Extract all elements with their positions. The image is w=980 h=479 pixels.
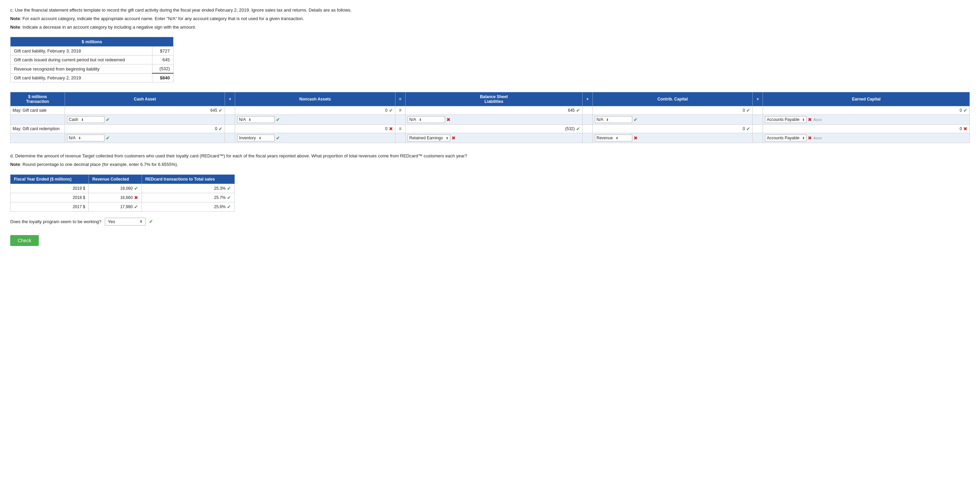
account-select[interactable]: Retained Earnings ⬍ <box>408 134 450 141</box>
check-icon: ✔ <box>746 126 750 131</box>
bs-liab-account[interactable]: Retained Earnings ⬍ ✖ <box>405 133 582 143</box>
bs-transaction: May: Gift card sale <box>11 106 65 115</box>
bs-transaction-empty <box>11 133 65 143</box>
check-icon: ✔ <box>227 195 231 200</box>
bs-noncash-account[interactable]: N/A ⬍ ✔ <box>235 115 395 125</box>
bs-liab-val: (532) ✔ <box>405 125 582 133</box>
section-d-note-bold: Note <box>10 162 20 167</box>
cross-icon: ✖ <box>963 126 967 131</box>
bs-header-contrib: Contrib. Capital <box>593 92 753 106</box>
check-button[interactable]: Check <box>10 235 39 246</box>
check-icon: ✔ <box>576 108 580 113</box>
cross-icon: ✖ <box>633 135 638 141</box>
note1-bold: Note <box>10 16 20 21</box>
check-icon: ✔ <box>134 204 138 209</box>
bs-liab-val: 645 ✔ <box>405 106 582 115</box>
bs-header-earned: Earned Capital <box>763 92 970 106</box>
bs-header-liabilities-group: Balance SheetLiabilities <box>405 92 582 106</box>
account-value: Retained Earnings <box>409 136 443 141</box>
bs-header-plus3: + <box>753 92 763 106</box>
fy-year: 2017 $ <box>11 202 89 211</box>
bs-cash-val: 645 ✔ <box>65 106 225 115</box>
gift-card-liability-table: $ millions Gift card liability, February… <box>10 37 173 83</box>
bs-header-noncash: Noncash Assets <box>235 92 395 106</box>
bs-cash-val: 0 ✔ <box>65 125 225 133</box>
earned-partial-text: Acco <box>813 136 821 140</box>
account-select[interactable]: Revenue ⬍ <box>595 134 632 141</box>
fy-year: 2018 $ <box>11 193 89 202</box>
earned-account-select[interactable]: Accounts Payable ⬍ <box>765 134 807 141</box>
loyalty-question-label: Does the loyalty program seem to be work… <box>10 219 102 224</box>
account-select[interactable]: N/A ⬍ <box>237 116 275 123</box>
bs-plus2 <box>582 106 593 115</box>
bs-eq: = <box>395 106 405 115</box>
account-select[interactable]: Inventory ⬍ <box>237 134 275 141</box>
bs-eq2 <box>395 115 405 125</box>
earned-account-select[interactable]: Accounts Payable ⬍ <box>765 116 807 123</box>
account-value: N/A <box>239 117 246 122</box>
bs-earned-account[interactable]: Accounts Payable ⬍ ✖ Acco <box>763 115 970 125</box>
earned-account-value: Accounts Payable <box>767 136 799 141</box>
bs-plus3 <box>753 125 763 133</box>
account-select[interactable]: N/A ⬍ <box>595 116 632 123</box>
bs-transaction: May: Gift card redemption <box>11 125 65 133</box>
bs-liab-account[interactable]: N/A ⬍ ✖ <box>405 115 582 125</box>
fy-header-revenue: Revenue Collected <box>89 174 142 184</box>
account-select[interactable]: N/A ⬍ <box>67 134 105 141</box>
fy-year: 2019 $ <box>11 184 89 193</box>
cross-icon: ✖ <box>452 135 456 141</box>
instruction-note2: Note: Indicate a decrease in an account … <box>10 24 970 31</box>
fy-header-redcard: REDcard transactions to Total sales <box>142 174 234 184</box>
earned-account-value: Accounts Payable <box>767 117 799 122</box>
bs-header-plus2: + <box>582 92 593 106</box>
check-icon: ✔ <box>218 108 223 113</box>
fy-table: Fiscal Year Ended ($ millions) Revenue C… <box>10 174 235 212</box>
account-value: Cash <box>69 117 78 122</box>
bs-noncash-val: 0 ✔ <box>235 106 395 115</box>
fy-revenue: 17,980 ✔ <box>89 202 142 211</box>
bs-cash-account[interactable]: N/A ⬍ ✔ <box>65 133 225 143</box>
bs-earned-account[interactable]: Accounts Payable ⬍ ✖ Acco <box>763 133 970 143</box>
earned-partial-text: Acco <box>813 118 821 121</box>
bs-earned-val: 0 ✔ <box>763 106 970 115</box>
note2-bold: Note <box>10 24 20 30</box>
check-icon: ✔ <box>106 135 110 141</box>
account-value: N/A <box>597 117 603 122</box>
loyalty-check-icon: ✔ <box>149 219 153 224</box>
bs-eq2 <box>395 133 405 143</box>
bs-contrib-account[interactable]: Revenue ⬍ ✖ <box>593 133 753 143</box>
cross-icon: ✖ <box>808 117 812 122</box>
cross-icon: ✖ <box>134 195 138 200</box>
fy-pct: 25.7% ✔ <box>142 193 234 202</box>
bs-header-plus1: + <box>225 92 235 106</box>
bs-plus1 <box>225 133 235 143</box>
account-value: N/A <box>409 117 416 122</box>
fy-pct: 25.3% ✔ <box>142 184 234 193</box>
check-icon: ✔ <box>276 117 280 122</box>
account-value: N/A <box>69 136 76 141</box>
bs-noncash-account[interactable]: Inventory ⬍ ✔ <box>235 133 395 143</box>
bs-noncash-val: 0 ✖ <box>235 125 395 133</box>
bs-transaction-empty <box>11 115 65 125</box>
loyalty-answer-select[interactable]: Yes ⬍ <box>105 218 146 225</box>
cross-icon: ✖ <box>389 126 393 131</box>
bs-contrib-val: 0 ✔ <box>593 125 753 133</box>
fy-revenue: 19,060 ✔ <box>89 184 142 193</box>
check-icon: ✔ <box>389 108 393 113</box>
check-icon: ✔ <box>746 108 750 113</box>
gift-card-row-value: 645 <box>153 56 173 64</box>
account-select[interactable]: Cash ⬍ <box>67 116 105 123</box>
account-select[interactable]: N/A ⬍ <box>408 116 445 123</box>
bs-contrib-account[interactable]: N/A ⬍ ✔ <box>593 115 753 125</box>
bs-plus2 <box>582 133 593 143</box>
cross-icon: ✖ <box>808 135 812 141</box>
bs-plus3 <box>753 115 763 125</box>
bs-plus1 <box>225 125 235 133</box>
bs-plus2 <box>582 115 593 125</box>
instruction-note1: Note: For each account category, indicat… <box>10 15 970 22</box>
check-icon: ✔ <box>227 204 231 209</box>
bs-cash-account[interactable]: Cash ⬍ ✔ <box>65 115 225 125</box>
bs-header-cash: Cash Asset <box>65 92 225 106</box>
gift-card-row-value: $727 <box>153 47 173 56</box>
fy-header-year: Fiscal Year Ended ($ millions) <box>11 174 89 184</box>
